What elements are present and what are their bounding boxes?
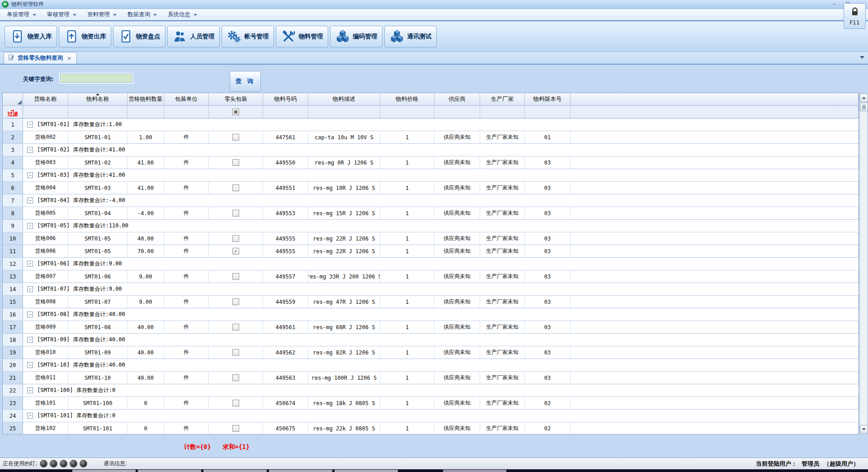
cell-desc[interactable]: res-mg 10R J 1206 S xyxy=(308,182,380,194)
cell-qty[interactable]: 0 xyxy=(127,397,164,409)
toolbar-button-物料管理[interactable]: 物料管理 xyxy=(276,26,328,47)
cell-version[interactable]: 03 xyxy=(525,232,571,245)
table-row[interactable]: 4货格003SMT01-0241.00件449550res-mg 0R J 12… xyxy=(3,156,859,169)
column-header-物料号码[interactable]: 物料号码 xyxy=(263,93,308,105)
group-row[interactable]: 22[SMT01-100] 库存数量合计:0 xyxy=(3,384,859,397)
row-number-cell[interactable]: 13 xyxy=(3,270,23,283)
cell-manufacturer[interactable]: 生产厂家未知 xyxy=(480,207,525,219)
cell-version[interactable]: 02 xyxy=(525,397,571,409)
row-number-cell[interactable]: 21 xyxy=(3,372,23,384)
cell-manufacturer[interactable]: 生产厂家未知 xyxy=(480,232,525,245)
group-row[interactable]: 3[SMT01-02] 库存数量合计:41.00 xyxy=(3,144,859,156)
cell-material[interactable]: SMT01-07 xyxy=(68,296,127,308)
cell-unit[interactable]: 件 xyxy=(164,232,209,245)
odd-package-checkbox[interactable] xyxy=(232,235,239,242)
cell-odd[interactable] xyxy=(209,156,263,169)
odd-package-checkbox[interactable] xyxy=(232,400,239,406)
cell-unit[interactable]: 件 xyxy=(164,346,209,359)
odd-package-checkbox[interactable] xyxy=(232,134,239,141)
cell-qty[interactable]: 40.00 xyxy=(127,232,164,245)
cell-odd[interactable] xyxy=(209,245,263,257)
row-number-cell[interactable]: 1 xyxy=(3,118,23,131)
filter-cell-物料描述[interactable] xyxy=(308,106,380,118)
cell-shelf[interactable]: 货格011 xyxy=(23,372,68,384)
filter-cell-物料价格[interactable] xyxy=(380,106,434,118)
collapse-icon[interactable] xyxy=(27,286,33,292)
cell-supplier[interactable]: 供应商未知 xyxy=(434,397,480,409)
row-number-cell[interactable]: 8 xyxy=(3,207,23,219)
row-number-cell[interactable]: 20 xyxy=(3,359,23,371)
column-header-物料名称[interactable]: 物料名称 xyxy=(68,93,127,105)
toolbar-button-通讯测试[interactable]: 通讯测试 xyxy=(384,26,437,47)
cell-unit[interactable]: 件 xyxy=(164,296,209,308)
cell-unit[interactable]: 件 xyxy=(164,182,209,194)
menu-item-审核管理[interactable]: 审核管理 xyxy=(43,9,80,20)
collapse-icon[interactable] xyxy=(27,387,33,393)
cell-shelf[interactable]: 货格007 xyxy=(23,270,68,283)
cell-version[interactable]: 03 xyxy=(525,372,571,384)
cell-desc[interactable]: res-mg 0R J 1206 S xyxy=(308,156,380,169)
cell-version[interactable]: 03 xyxy=(525,296,571,308)
row-number-cell[interactable]: 11 xyxy=(3,245,23,257)
cell-price[interactable]: 1 xyxy=(380,321,434,333)
cell-material[interactable]: SMT01-08 xyxy=(68,321,127,333)
group-summary-cell[interactable]: [SMT01-06] 库存数量合计:9.00 xyxy=(23,258,859,270)
cell-version[interactable]: 03 xyxy=(525,207,571,219)
cell-price[interactable]: 1 xyxy=(380,296,434,308)
cell-odd[interactable] xyxy=(209,372,263,384)
cell-price[interactable]: 1 xyxy=(380,131,434,143)
cell-manufacturer[interactable]: 生产厂家未知 xyxy=(480,156,525,169)
collapse-icon[interactable] xyxy=(27,312,33,317)
group-row[interactable]: 5[SMT01-03] 库存数量合计:41.00 xyxy=(3,169,859,182)
cell-qty[interactable]: 0 xyxy=(127,422,164,434)
cell-qty[interactable]: -4.00 xyxy=(127,207,164,219)
cell-material[interactable]: SMT01-05 xyxy=(68,245,127,257)
cell-shelf[interactable]: 货格010 xyxy=(23,346,68,359)
cell-qty[interactable]: 9.00 xyxy=(127,270,164,283)
row-number-cell[interactable]: 23 xyxy=(3,397,23,409)
cell-unit[interactable]: 件 xyxy=(164,156,209,169)
cell-shelf[interactable]: 货格008 xyxy=(23,296,68,308)
cell-code[interactable]: 449561 xyxy=(263,321,308,333)
odd-package-checkbox[interactable] xyxy=(232,159,239,166)
cell-unit[interactable]: 件 xyxy=(164,207,209,219)
tab-close-icon[interactable]: × xyxy=(66,55,72,61)
cell-manufacturer[interactable]: 生产厂家未知 xyxy=(480,270,525,283)
collapse-icon[interactable] xyxy=(27,362,33,368)
cell-shelf[interactable]: 货格005 xyxy=(23,207,68,219)
group-row[interactable]: 18[SMT01-09] 库存数量合计:40.00 xyxy=(3,334,859,346)
cell-shelf[interactable]: 货格006 xyxy=(23,232,68,245)
cell-supplier[interactable]: 供应商未知 xyxy=(434,321,480,333)
table-row[interactable]: 19货格010SMT01-0940.00件449562res-mg 82R J … xyxy=(3,346,859,359)
row-number-cell[interactable]: 14 xyxy=(3,283,23,295)
filter-cell-物料号码[interactable] xyxy=(263,106,308,118)
cell-supplier[interactable]: 供应商未知 xyxy=(434,422,480,434)
table-row[interactable]: 6货格004SMT01-0341.00件449551res-mg 10R J 1… xyxy=(3,182,859,194)
table-row[interactable]: 11货格006SMT01-0570.00件449555res-mg 22R J … xyxy=(3,245,859,258)
collapse-icon[interactable] xyxy=(27,413,33,419)
row-number-cell[interactable]: 22 xyxy=(3,384,23,396)
group-summary-cell[interactable]: [SMT01-10] 库存数量合计:40.00 xyxy=(23,359,859,371)
cell-odd[interactable] xyxy=(209,296,263,308)
row-number-cell[interactable]: 6 xyxy=(3,182,23,194)
cell-shelf[interactable]: 货格006 xyxy=(23,245,68,257)
cell-price[interactable]: 1 xyxy=(380,397,434,409)
cell-desc[interactable]: res-mg 22R J 1206 S xyxy=(308,245,380,257)
cell-unit[interactable]: 件 xyxy=(164,270,209,283)
table-row[interactable]: 13货格007SMT01-069.00件449557res-mg 33R J 2… xyxy=(3,270,859,283)
group-row[interactable]: 12[SMT01-06] 库存数量合计:9.00 xyxy=(3,258,859,270)
table-row[interactable]: 10货格006SMT01-0540.00件449555res-mg 22R J … xyxy=(3,232,859,245)
odd-package-checkbox[interactable] xyxy=(232,324,239,330)
cell-unit[interactable]: 件 xyxy=(164,422,209,434)
row-number-cell[interactable]: 24 xyxy=(3,410,23,422)
odd-package-checkbox[interactable] xyxy=(232,184,239,191)
column-header-物料版本号[interactable]: 物料版本号 xyxy=(525,93,571,105)
toolbar-button-物资入库[interactable]: 物资入库 xyxy=(5,26,57,47)
cell-material[interactable]: SMT01-05 xyxy=(68,232,127,245)
cell-material[interactable]: SMT01-10 xyxy=(68,372,127,384)
menu-item-资料管理[interactable]: 资料管理 xyxy=(83,9,121,20)
collapse-icon[interactable] xyxy=(27,122,33,127)
cell-version[interactable]: 03 xyxy=(525,156,571,169)
toolbar-button-人员管理[interactable]: 人员管理 xyxy=(167,26,220,47)
odd-package-checkbox[interactable] xyxy=(232,210,239,217)
